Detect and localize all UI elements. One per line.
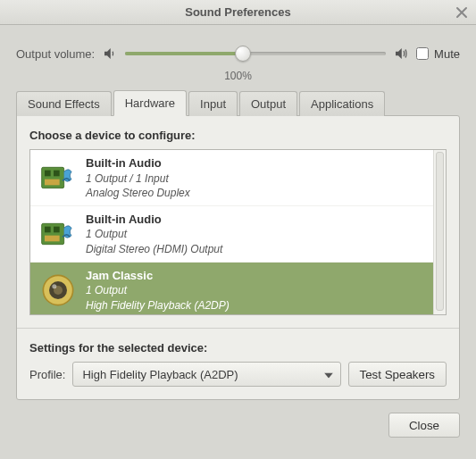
speaker-icon [39, 271, 77, 309]
device-row[interactable]: Jam Classic 1 Output High Fidelity Playb… [30, 263, 433, 314]
svg-rect-7 [45, 236, 60, 242]
volume-label: Output volume: [16, 47, 95, 61]
tab-applications[interactable]: Applications [299, 91, 385, 116]
tab-sound-effects[interactable]: Sound Effects [16, 91, 112, 116]
device-profile: Analog Stereo Duplex [86, 186, 190, 200]
svg-rect-5 [45, 227, 51, 233]
settings-heading: Settings for the selected device: [29, 341, 447, 355]
dialog-footer: Close [0, 400, 476, 454]
close-window-button[interactable] [455, 5, 469, 20]
volume-percent-label: 100% [16, 70, 460, 82]
device-io: 1 Output [86, 227, 222, 241]
close-button[interactable]: Close [388, 413, 460, 438]
mute-checkbox[interactable]: Mute [416, 47, 460, 61]
svg-point-11 [52, 284, 56, 288]
device-name: Jam Classic [86, 268, 230, 284]
volume-slider-thumb[interactable] [235, 46, 251, 62]
device-name: Built-in Audio [86, 212, 222, 228]
device-row[interactable]: Built-in Audio 1 Output Digital Stereo (… [30, 206, 433, 263]
tab-hardware[interactable]: Hardware [113, 90, 187, 116]
test-speakers-button[interactable]: Test Speakers [348, 362, 447, 387]
device-list: Built-in Audio 1 Output / 1 Input Analog… [29, 149, 447, 315]
chevron-down-icon [324, 368, 333, 381]
volume-high-icon [393, 46, 409, 62]
profile-combobox[interactable]: High Fidelity Playback (A2DP) [72, 362, 340, 387]
device-profile: Digital Stereo (HDMI) Output [86, 242, 222, 256]
svg-rect-1 [45, 171, 51, 177]
device-profile: High Fidelity Playback (A2DP) [86, 298, 230, 313]
tabs: Sound EffectsHardwareInputOutputApplicat… [16, 89, 460, 115]
svg-rect-3 [45, 179, 60, 186]
svg-rect-6 [54, 227, 60, 233]
devices-heading: Choose a device to configure: [29, 129, 447, 142]
soundcard-icon [39, 159, 77, 196]
svg-rect-2 [54, 171, 60, 177]
titlebar: Sound Preferences [0, 0, 476, 25]
mute-label: Mute [434, 47, 460, 61]
tab-output[interactable]: Output [239, 91, 297, 116]
profile-label: Profile: [29, 368, 65, 381]
volume-low-icon [102, 46, 118, 62]
volume-slider[interactable] [125, 45, 386, 63]
device-row[interactable]: Built-in Audio 1 Output / 1 Input Analog… [30, 150, 433, 206]
output-volume-row: Output volume: Mute [16, 36, 460, 71]
selected-device-settings: Settings for the selected device: Profil… [29, 341, 447, 387]
device-io: 1 Output [86, 283, 230, 297]
device-io: 1 Output / 1 Input [86, 171, 190, 186]
window-title: Sound Preferences [185, 5, 291, 19]
profile-value: High Fidelity Playback (A2DP) [82, 368, 238, 381]
tab-panel-hardware: Choose a device to configure: Built-in A… [16, 115, 460, 400]
device-list-scrollbar[interactable] [433, 150, 446, 314]
soundcard-icon [39, 215, 77, 253]
device-name: Built-in Audio [86, 155, 190, 171]
tab-input[interactable]: Input [188, 91, 238, 116]
